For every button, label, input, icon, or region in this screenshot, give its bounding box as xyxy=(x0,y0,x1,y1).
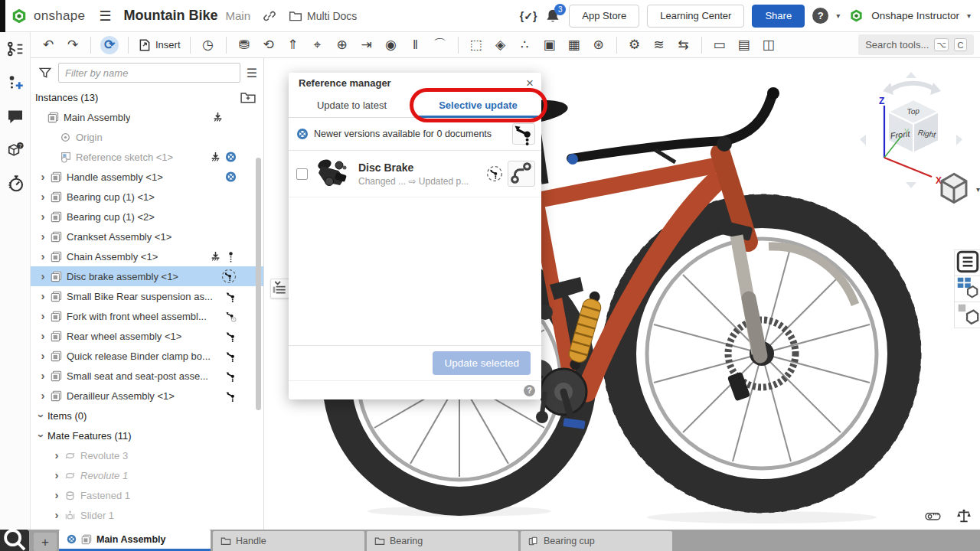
tab-selective-update[interactable]: Selective update xyxy=(415,93,541,117)
items-section-header[interactable]: › Items (0) xyxy=(31,406,263,425)
mate-row-revolute-1[interactable]: › Revolute 1 xyxy=(31,465,263,485)
tree-row-bearing-cup-1[interactable]: › Bearing cup (1) <1> xyxy=(31,187,263,207)
search-tabs-button[interactable] xyxy=(0,530,29,551)
tree-row-quick-release[interactable]: › Quick release Binder clamp bo... xyxy=(31,346,263,366)
interference-button[interactable]: ◷ xyxy=(197,34,220,56)
tab-bearing-cup[interactable]: Bearing cup xyxy=(521,531,672,551)
learning-center-button[interactable]: Learning Center xyxy=(647,5,744,28)
comments-button[interactable] xyxy=(6,107,24,126)
workspace-label[interactable]: Main xyxy=(225,9,250,22)
offset-button[interactable]: ⇆ xyxy=(672,34,695,56)
expand-icon[interactable]: › xyxy=(37,170,49,183)
assembly-features-flyout[interactable] xyxy=(270,279,290,298)
tree-row-seat-post[interactable]: › Small seat and seat-post asse... xyxy=(31,366,263,386)
cylindrical-mate-button[interactable]: ⊕ xyxy=(331,34,354,56)
cube-face-top[interactable]: Top xyxy=(906,106,920,116)
tree-row-disc-brake[interactable]: › Disc brake assembly <1> xyxy=(31,266,263,286)
dialog-help-icon[interactable]: ? xyxy=(524,385,535,396)
version-graph-button[interactable] xyxy=(508,161,535,187)
ball-mate-button[interactable]: ◉ xyxy=(380,34,403,56)
linear-pattern-button[interactable]: ▦ xyxy=(563,34,586,56)
tree-row-chain-assembly[interactable]: › Chain Assembly <1> xyxy=(31,246,263,266)
tree-row-rear-suspension[interactable]: › Small Bike Rear suspension as... xyxy=(31,286,263,306)
expand-icon[interactable]: › xyxy=(37,269,49,282)
app-store-button[interactable]: App Store xyxy=(569,5,639,28)
measure-button[interactable] xyxy=(925,508,942,523)
tab-handle[interactable]: Handle xyxy=(213,531,364,551)
close-icon[interactable]: × xyxy=(526,77,534,90)
replicate-button[interactable]: ∴ xyxy=(514,34,537,56)
update-references-button[interactable]: ⟳ xyxy=(97,34,122,56)
collapse-icon[interactable]: › xyxy=(35,429,48,442)
folder-label[interactable]: Multi Docs xyxy=(307,10,357,22)
mate-connector-button[interactable]: ◈ xyxy=(489,34,512,56)
tree-row-bearing-cup-2[interactable]: › Bearing cup (1) <2> xyxy=(31,207,263,227)
performance-button[interactable] xyxy=(6,174,24,193)
expand-icon[interactable]: › xyxy=(37,309,49,322)
expand-icon[interactable]: › xyxy=(37,289,49,302)
user-name[interactable]: Onshape Instructor xyxy=(871,10,959,21)
search-tools-box[interactable]: Search tools... ⌥ C xyxy=(858,34,974,55)
panel-scrollbar[interactable] xyxy=(256,158,261,410)
feature-list-toggle[interactable] xyxy=(955,250,980,276)
versions-history-button[interactable] xyxy=(6,40,24,58)
tree-row-main-assembly[interactable]: Main Assembly xyxy=(31,107,263,127)
tree-row-rear-wheel[interactable]: › Rear wheel assembly <1> xyxy=(31,326,263,346)
expand-icon[interactable]: › xyxy=(37,329,49,342)
update-all-references-button[interactable] xyxy=(512,123,535,145)
follow-mode-button[interactable] xyxy=(6,73,24,92)
pin-slot-mate-button[interactable]: ⇥ xyxy=(355,34,378,56)
tree-row-derailleur[interactable]: › Derailleur Assembly <1> xyxy=(31,386,263,406)
add-folder-icon[interactable] xyxy=(240,91,256,103)
spring-button[interactable]: ≋ xyxy=(648,34,671,56)
redo-button[interactable]: ↷ xyxy=(61,34,84,56)
slider-mate-button[interactable]: ⇑ xyxy=(282,34,305,56)
list-view-button[interactable]: ☰ xyxy=(247,66,257,80)
circular-pattern-button[interactable]: ⊛ xyxy=(587,34,610,56)
expand-icon[interactable]: › xyxy=(37,389,49,402)
help-icon[interactable]: ? xyxy=(812,8,828,24)
update-selected-button[interactable]: Update selected xyxy=(433,351,531,375)
mate-features-section-header[interactable]: › Mate Features (11) xyxy=(31,425,263,445)
bom-button[interactable]: ▤ xyxy=(733,34,756,56)
tangent-mate-button[interactable]: ⌒ xyxy=(429,34,452,56)
expand-icon[interactable]: › xyxy=(37,249,49,262)
tree-row-crankset[interactable]: › Crankset Assembly <1> xyxy=(31,227,263,246)
expand-icon[interactable]: › xyxy=(37,369,49,382)
parallel-mate-button[interactable]: ‖ xyxy=(404,34,427,56)
appearance-toggle[interactable] xyxy=(955,302,980,328)
mate-row-slider-1[interactable]: › Slider 1 xyxy=(31,505,263,525)
user-avatar[interactable] xyxy=(849,8,864,23)
expand-icon[interactable]: › xyxy=(51,468,63,481)
tab-bearing[interactable]: Bearing xyxy=(367,531,518,551)
reference-item-disc-brake[interactable]: Disc Brake Changed ... ⇨ Updated p... xyxy=(289,150,541,197)
collapse-icon[interactable]: › xyxy=(35,409,48,422)
tree-row-origin[interactable]: Origin xyxy=(31,127,263,147)
add-tab-button[interactable]: + xyxy=(34,533,57,551)
tab-main-assembly[interactable]: Main Assembly xyxy=(59,530,211,551)
tree-row-reference-sketch[interactable]: Reference sketch <1> xyxy=(31,147,263,167)
main-menu-button[interactable]: ☰ xyxy=(99,8,111,24)
featurescript-icon[interactable]: {✓} xyxy=(520,10,537,22)
tree-row-handle-assembly[interactable]: › Handle assembly <1> xyxy=(31,167,263,187)
expand-icon[interactable]: › xyxy=(37,190,49,203)
tab-update-to-latest[interactable]: Update to latest xyxy=(289,93,415,117)
exploded-view-button[interactable]: ◫ xyxy=(757,34,780,56)
learning-button[interactable]: ? xyxy=(6,141,24,159)
insert-button[interactable]: Insert xyxy=(135,34,184,56)
notifications-button[interactable]: 3 xyxy=(544,7,561,25)
planar-mate-button[interactable]: ⌖ xyxy=(306,34,329,56)
relations-button[interactable]: ⚙ xyxy=(623,34,646,56)
expand-icon[interactable]: › xyxy=(51,488,63,501)
expand-icon[interactable]: › xyxy=(37,349,49,362)
select-box-button[interactable]: ⬚ xyxy=(465,34,488,56)
expand-icon[interactable]: › xyxy=(37,230,49,243)
revolute-mate-button[interactable]: ⟲ xyxy=(257,34,280,56)
fastened-mate-button[interactable]: ⛃ xyxy=(233,34,256,56)
sketch-button[interactable]: ▭ xyxy=(708,34,731,56)
tree-row-fork-front-wheel[interactable]: › Fork with front wheel assembl... xyxy=(31,306,263,326)
filter-input[interactable] xyxy=(58,63,240,83)
configurations-toggle[interactable] xyxy=(955,276,980,302)
mate-row-fastened-1[interactable]: › Fastened 1 xyxy=(31,485,263,505)
mate-row-revolute-3[interactable]: › Revolute 3 xyxy=(31,445,263,465)
